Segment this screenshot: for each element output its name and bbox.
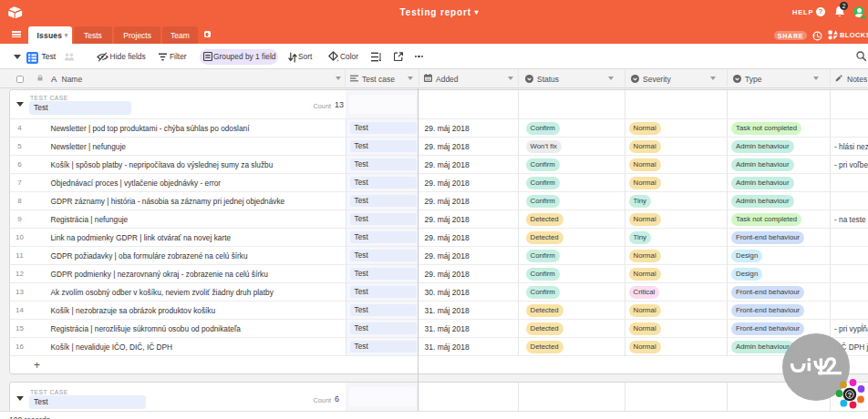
svg-text:?: ? xyxy=(847,391,852,399)
svg-text:31: 31 xyxy=(426,77,431,81)
